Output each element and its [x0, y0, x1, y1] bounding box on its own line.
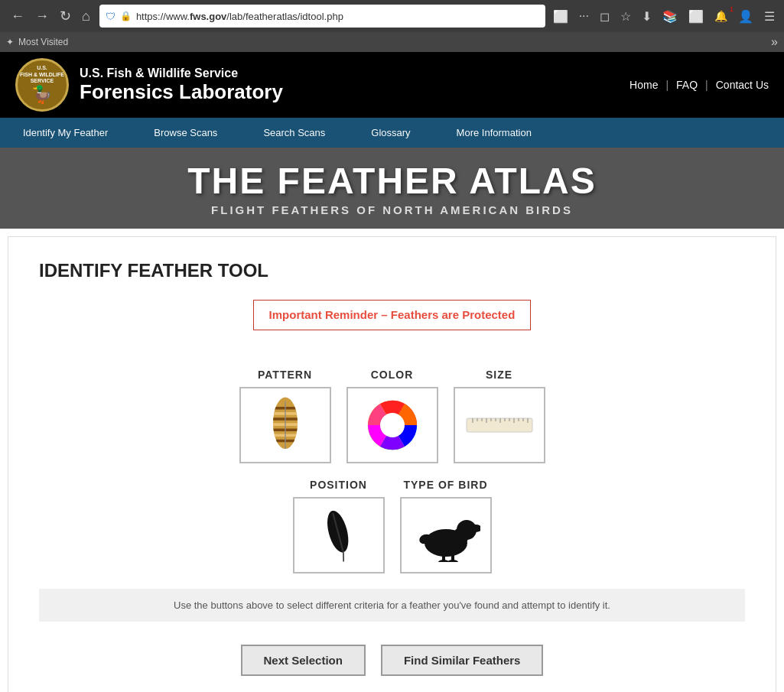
criteria-grid: PATTERN [39, 369, 745, 463]
next-selection-button[interactable]: Next Selection [241, 645, 366, 676]
home-button[interactable]: ⌂ [77, 8, 95, 24]
most-visited-star: ✦ [6, 37, 14, 47]
ruler-svg [465, 412, 534, 439]
instructions-text: Use the buttons above to select differen… [174, 599, 610, 611]
browser-chrome: ← → ↻ ⌂ 🛡 🔒 https://www.fws.gov/lab/feat… [0, 0, 784, 32]
nav-menu: Identify My Feather Browse Scans Search … [0, 118, 784, 148]
bird-type-box[interactable] [400, 497, 492, 573]
header-faq-link[interactable]: FAQ [676, 79, 698, 91]
bird-type-label: TYPE OF BIRD [403, 479, 487, 491]
nav-identify[interactable]: Identify My Feather [0, 118, 131, 148]
header-nav: Home | FAQ | Contact Us [629, 79, 769, 91]
forward-button[interactable]: → [31, 8, 54, 24]
nav-glossary[interactable]: Glossary [348, 118, 433, 148]
main-content: IDENTIFY FEATHER TOOL Important Reminder… [8, 236, 776, 692]
feather-svg [262, 395, 308, 456]
reminder-container: Important Reminder – Feathers are Protec… [39, 300, 745, 353]
find-similar-button[interactable]: Find Similar Feathers [381, 645, 544, 676]
profile-icon[interactable]: 👤 [735, 8, 756, 25]
url-text: https://www.fws.gov/lab/featheratlas/idt… [136, 11, 539, 22]
url-path: /lab/featheratlas/idtool.php [226, 11, 343, 22]
notification-icon[interactable]: 🔔1 [711, 8, 730, 24]
banner: THE FEATHER ATLAS FLIGHT FEATHERS OF NOR… [0, 148, 784, 229]
color-col: COLOR [346, 369, 438, 463]
bird-type-col: TYPE OF BIRD [400, 479, 492, 573]
color-box[interactable] [346, 387, 438, 463]
nav-search[interactable]: Search Scans [240, 118, 348, 148]
most-visited-bar: ✦ Most Visited » [0, 32, 784, 52]
color-wheel-svg [366, 398, 419, 452]
svg-point-36 [438, 560, 449, 562]
header-contact-link[interactable]: Contact Us [716, 79, 769, 91]
hamburger-icon[interactable]: ☰ [761, 8, 778, 25]
svg-point-37 [447, 560, 458, 562]
reload-button[interactable]: ↻ [55, 8, 76, 24]
browser-icons: ⬜ ··· ◻ ☆ ⬇ 📚 ⬜ 🔔1 👤 ☰ [550, 8, 778, 25]
url-domain: fws.gov [190, 11, 226, 22]
agency-name: U.S. Fish & Wildlife Service [80, 67, 283, 80]
criteria-grid-row2: POSITION TYPE OF BIRD [39, 479, 745, 573]
position-feather-svg [320, 505, 358, 566]
download-icon[interactable]: ⬇ [639, 8, 655, 25]
position-col: POSITION [293, 479, 385, 573]
banner-title: THE FEATHER ATLAS [15, 160, 769, 202]
header-home-link[interactable]: Home [629, 79, 658, 91]
color-label: COLOR [371, 369, 414, 381]
banner-subtitle: FLIGHT FEATHERS OF NORTH AMERICAN BIRDS [15, 203, 769, 216]
pattern-col: PATTERN [239, 369, 331, 463]
lock-icon: 🔒 [120, 11, 132, 21]
reminder-box[interactable]: Important Reminder – Feathers are Protec… [253, 300, 532, 330]
star-icon[interactable]: ☆ [617, 8, 634, 25]
logo-bird-icon: 🦆 [20, 85, 64, 105]
browser-toolbar: ← → ↻ ⌂ 🛡 🔒 https://www.fws.gov/lab/feat… [6, 5, 778, 32]
page-content: U.S.FISH & WILDLIFESERVICE 🦆 U.S. Fish &… [0, 52, 784, 692]
nav-browse[interactable]: Browse Scans [131, 118, 240, 148]
pocket-icon[interactable]: ◻ [597, 8, 613, 25]
lab-name: Forensics Laboratory [80, 80, 283, 104]
header-left: U.S.FISH & WILDLIFESERVICE 🦆 U.S. Fish &… [15, 58, 283, 112]
position-box[interactable] [293, 497, 385, 573]
pattern-label: PATTERN [258, 369, 312, 381]
nav-more[interactable]: More Information [434, 118, 555, 148]
size-label: SIZE [486, 369, 512, 381]
window-icon[interactable]: ⬜ [685, 8, 707, 25]
address-bar[interactable]: 🛡 🔒 https://www.fws.gov/lab/featheratlas… [99, 5, 545, 28]
reminder-text: Important Reminder – Feathers are Protec… [269, 308, 516, 321]
svg-point-31 [453, 528, 468, 546]
svg-line-28 [341, 552, 346, 561]
logo-text: U.S.FISH & WILDLIFESERVICE [20, 65, 64, 84]
instructions-bar: Use the buttons above to select differen… [39, 589, 745, 622]
nav-buttons: ← → ↻ ⌂ [6, 8, 95, 24]
back-button[interactable]: ← [6, 8, 29, 24]
size-col: SIZE [454, 369, 545, 463]
pattern-box[interactable] [239, 387, 331, 463]
menu-dots-icon[interactable]: ··· [576, 8, 592, 24]
library-icon[interactable]: 📚 [659, 8, 681, 25]
tab-icon[interactable]: ⬜ [550, 8, 571, 25]
most-visited-label[interactable]: Most Visited [18, 37, 68, 47]
site-header: U.S.FISH & WILDLIFESERVICE 🦆 U.S. Fish &… [0, 52, 784, 118]
shield-icon: 🛡 [106, 11, 115, 22]
bird-svg [412, 508, 480, 562]
svg-point-11 [380, 413, 405, 437]
expand-icon[interactable]: » [771, 35, 778, 49]
bottom-buttons: Next Selection Find Similar Feathers [39, 637, 745, 691]
svg-rect-12 [467, 418, 532, 432]
agency-info: U.S. Fish & Wildlife Service Forensics L… [80, 67, 283, 104]
size-box[interactable] [454, 387, 545, 463]
agency-logo: U.S.FISH & WILDLIFESERVICE 🦆 [15, 58, 69, 112]
position-label: POSITION [310, 479, 367, 491]
page-title: IDENTIFY FEATHER TOOL [39, 260, 745, 281]
